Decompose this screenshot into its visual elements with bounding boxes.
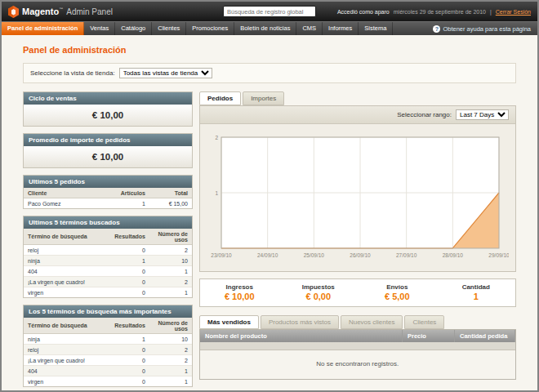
grid-empty-row: No se encontraron registros. (200, 350, 515, 379)
store-view-label: Seleccione la vista de tienda: (30, 69, 115, 77)
total-stat: Impuestos € 0,00 (279, 279, 359, 306)
svg-text:26/09/10: 26/09/10 (350, 252, 371, 258)
stat-label: Ingresos (200, 283, 279, 291)
nav-item[interactable]: Ventas (84, 22, 115, 35)
nav-menu: Panel de administraciónVentasCatálogoCli… (2, 22, 393, 35)
dashboard-left-column: Ciclo de ventas € 10,00 Promedio de impo… (23, 91, 193, 392)
page-help-link[interactable]: ? Obtener ayuda para esta página (433, 22, 537, 35)
top-header: Magento™ Admin Panel Accedió como aparo … (2, 2, 537, 21)
search-term-row[interactable]: 40401 (24, 266, 192, 277)
main-nav: Panel de administraciónVentasCatálogoCli… (2, 21, 537, 35)
brand-name: Magento™ (22, 7, 63, 16)
total-stat: Ingresos € 10,00 (200, 279, 279, 306)
search-term-row[interactable]: ¡La virgen que cuadro!02 (24, 277, 192, 287)
nav-item[interactable]: Panel de administración (2, 22, 84, 35)
svg-text:27/09/10: 27/09/10 (396, 252, 417, 258)
grid-column-header[interactable]: Cantidad pedida (455, 330, 515, 342)
store-view-select[interactable]: Todas las vistas de tienda (119, 68, 212, 78)
search-term-row[interactable]: reloj02 (24, 245, 192, 256)
logged-in-as: Accedió como aparo (337, 9, 390, 15)
last-orders-table: ClienteArtículosTotal Paco Gomez1€ 15,00 (24, 188, 192, 208)
chart-tab[interactable]: Importes (243, 91, 284, 105)
search-term-row[interactable]: 40401 (24, 366, 192, 376)
nav-item[interactable]: CMS (296, 22, 323, 35)
average-orders-value: € 10,00 (24, 146, 192, 167)
panel-title: Los 5 términos de búsqueda más important… (24, 305, 192, 318)
dashboard-right-column: PedidosImportes Seleccionar rango: Last … (199, 91, 516, 380)
stat-value: € 10,00 (200, 292, 279, 301)
page-title: Panel de administración (23, 45, 516, 55)
grid-tab[interactable]: Nuevos clientes (341, 315, 403, 329)
total-stat: Cantidad 1 (437, 279, 516, 306)
grid-column-header[interactable]: Precio (403, 330, 455, 342)
totals-bar: Ingresos € 10,00 Impuestos € 0,00 Envíos… (199, 278, 516, 307)
session-info: Accedió como aparo miércoles 29 de septi… (323, 9, 531, 15)
nav-item[interactable]: Promociones (186, 22, 234, 35)
range-selector-bar: Seleccionar rango: Last 7 Days (200, 106, 515, 124)
bestsellers-grid: Nombre del productoPrecioCantidad pedida… (199, 329, 516, 380)
search-term-row[interactable]: virgen01 (24, 376, 192, 387)
grid-column-header[interactable]: Nombre del producto (200, 330, 403, 342)
search-term-row[interactable]: ¡La virgen que cuadro!02 (24, 355, 192, 366)
content-area: Panel de administración Seleccione la vi… (2, 35, 537, 392)
column-header: Número de usos (149, 318, 192, 334)
grid-tab[interactable]: Más vendidos (199, 315, 259, 329)
nav-item[interactable]: Clientes (152, 22, 186, 35)
admin-window: Magento™ Admin Panel Accedió como aparo … (0, 0, 539, 392)
lifetime-sales-value: € 10,00 (24, 105, 192, 126)
global-search-input[interactable] (223, 6, 316, 17)
range-select[interactable]: Last 7 Days (456, 109, 509, 120)
nav-item[interactable]: Informes (323, 22, 359, 35)
stat-label: Impuestos (279, 283, 359, 291)
empty-message: No se encontraron registros. (200, 350, 515, 379)
svg-text:23/09/10: 23/09/10 (211, 252, 232, 258)
grid-tabs: Más vendidosProductos más vistosNuevos c… (199, 315, 516, 329)
orders-chart-panel: Seleccionar rango: Last 7 Days 23/09/102… (199, 105, 516, 272)
column-header: Término de búsqueda (24, 229, 110, 245)
column-header: Artículos (115, 188, 149, 198)
panel-title: Ciclo de ventas (24, 92, 192, 105)
search-term-row[interactable]: ninja110 (24, 334, 192, 345)
logout-link[interactable]: Cerrar Sesión (496, 9, 531, 15)
total-stat: Envíos € 5,00 (358, 279, 437, 306)
stat-value: € 5,00 (358, 292, 437, 301)
top-search-terms-panel: Los 5 términos de búsqueda más important… (23, 305, 193, 387)
search-term-row[interactable]: virgen01 (24, 287, 192, 298)
stat-value: € 0,00 (279, 292, 359, 301)
column-header: Cliente (24, 188, 115, 198)
brand-subtitle: Admin Panel (66, 7, 113, 16)
column-header: Resultados (110, 318, 149, 334)
search-term-row[interactable]: ninja110 (24, 256, 192, 266)
svg-text:2: 2 (215, 135, 218, 140)
search-term-row[interactable]: reloj02 (24, 345, 192, 355)
last-orders-panel: Ultimos 5 pedidos ClienteArtículosTotal … (23, 175, 193, 209)
last-search-terms-table: Término de búsquedaResultadosNúmero de u… (24, 229, 192, 297)
stat-label: Envíos (358, 283, 437, 291)
order-row[interactable]: Paco Gomez1€ 15,00 (24, 198, 192, 209)
panel-title: Ultimos 5 términos buscados (24, 216, 192, 229)
separator: | (490, 9, 492, 15)
average-orders-panel: Promedio de importe de pedidos € 10,00 (23, 133, 193, 168)
panel-title: Promedio de importe de pedidos (24, 134, 192, 146)
last-search-terms-panel: Ultimos 5 términos buscados Término de b… (23, 216, 193, 298)
nav-item[interactable]: Sistema (359, 22, 393, 35)
trademark: ™ (59, 7, 63, 11)
magento-logo: Magento™ Admin Panel (8, 6, 216, 18)
grid-tab[interactable]: Productos más vistos (261, 315, 339, 329)
grid-tab[interactable]: Clientes (404, 315, 444, 329)
nav-item[interactable]: Boletín de noticias (234, 22, 296, 35)
stat-value: 1 (437, 292, 516, 301)
column-header: Resultados (110, 229, 149, 245)
chart-tabs: PedidosImportes (199, 91, 516, 105)
column-header: Total (149, 188, 192, 198)
lifetime-sales-panel: Ciclo de ventas € 10,00 (23, 91, 193, 127)
store-view-switcher: Seleccione la vista de tienda: Todas las… (23, 63, 516, 83)
svg-text:24/09/10: 24/09/10 (257, 252, 278, 258)
chart-tab[interactable]: Pedidos (199, 91, 241, 105)
panel-title: Ultimos 5 pedidos (24, 176, 192, 188)
column-header: Número de usos (149, 229, 192, 245)
svg-text:1: 1 (215, 190, 218, 196)
help-label: Obtener ayuda para esta página (443, 25, 531, 33)
svg-text:25/09/10: 25/09/10 (304, 252, 325, 258)
nav-item[interactable]: Catálogo (115, 22, 152, 35)
